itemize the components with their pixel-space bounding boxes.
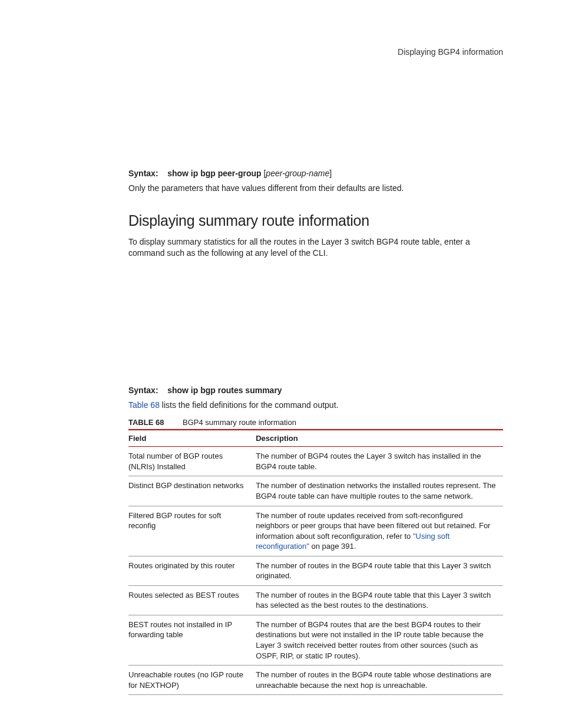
syntax-label: Syntax: bbox=[128, 169, 158, 178]
table-title: BGP4 summary route information bbox=[183, 418, 296, 427]
desc-text-post: on page 391. bbox=[309, 542, 356, 551]
blank-region bbox=[128, 274, 503, 380]
table-reference-tail: lists the field definitions for the comm… bbox=[160, 400, 339, 410]
desc-text-pre: The number of route updates received fro… bbox=[256, 511, 490, 541]
table-caption: TABLE 68 BGP4 summary route information bbox=[128, 418, 503, 427]
page-header-right: Displaying BGP4 information bbox=[128, 47, 503, 57]
field-cell: Filtered BGP routes for soft reconfig bbox=[128, 506, 256, 556]
table-row: Total number of BGP routes (NLRIs) Insta… bbox=[128, 447, 503, 476]
table-row: Unreachable routes (no IGP route for NEX… bbox=[128, 666, 503, 695]
desc-cell: The number of destination networks the i… bbox=[256, 476, 503, 506]
desc-cell: The number of routes in the BGP4 route t… bbox=[256, 556, 503, 585]
table-reference-sentence: Table 68 lists the field definitions for… bbox=[128, 400, 503, 411]
table-number: TABLE 68 bbox=[128, 418, 164, 427]
syntax-command: show ip bgp routes summary bbox=[167, 386, 282, 395]
desc-cell: The number of BGP4 routes that are the b… bbox=[256, 615, 503, 665]
field-cell: BEST routes not installed in IP forwardi… bbox=[128, 615, 256, 665]
bracket-close: ] bbox=[329, 169, 332, 178]
table-row: Distinct BGP destination networks The nu… bbox=[128, 476, 503, 506]
syntax-param: peer-group-name bbox=[266, 169, 329, 178]
table-row: Routes originated by this router The num… bbox=[128, 556, 503, 585]
paragraph: To display summary statistics for all th… bbox=[128, 236, 503, 259]
field-definition-table: Field Description Total number of BGP ro… bbox=[128, 429, 503, 695]
field-cell: Routes selected as BEST routes bbox=[128, 585, 256, 615]
desc-cell: The number of BGP4 routes the Layer 3 sw… bbox=[256, 447, 503, 476]
desc-cell: The number of route updates received fro… bbox=[256, 506, 503, 556]
section-heading: Displaying summary route information bbox=[128, 212, 503, 229]
syntax-command: show ip bgp peer-group bbox=[167, 169, 261, 178]
col-header-field: Field bbox=[128, 430, 256, 447]
paragraph: Only the parameters that have values dif… bbox=[128, 183, 503, 195]
syntax-label: Syntax: bbox=[128, 386, 158, 395]
table-row: Routes selected as BEST routes The numbe… bbox=[128, 585, 503, 615]
field-cell: Routes originated by this router bbox=[128, 556, 256, 585]
table-reference-link[interactable]: Table 68 bbox=[128, 400, 160, 410]
field-cell: Distinct BGP destination networks bbox=[128, 476, 256, 506]
field-cell: Unreachable routes (no IGP route for NEX… bbox=[128, 666, 256, 695]
table-row: BEST routes not installed in IP forwardi… bbox=[128, 615, 503, 665]
table-row: Filtered BGP routes for soft reconfig Th… bbox=[128, 506, 503, 556]
field-cell: Total number of BGP routes (NLRIs) Insta… bbox=[128, 447, 256, 476]
table-header-row: Field Description bbox=[128, 430, 503, 447]
desc-cell: The number of routes in the BGP4 route t… bbox=[256, 585, 503, 615]
syntax-line-1: Syntax: show ip bgp peer-group [peer-gro… bbox=[128, 169, 503, 178]
syntax-line-2: Syntax: show ip bgp routes summary bbox=[128, 386, 503, 395]
desc-cell: The number of routes in the BGP4 route t… bbox=[256, 666, 503, 695]
col-header-description: Description bbox=[256, 430, 503, 447]
